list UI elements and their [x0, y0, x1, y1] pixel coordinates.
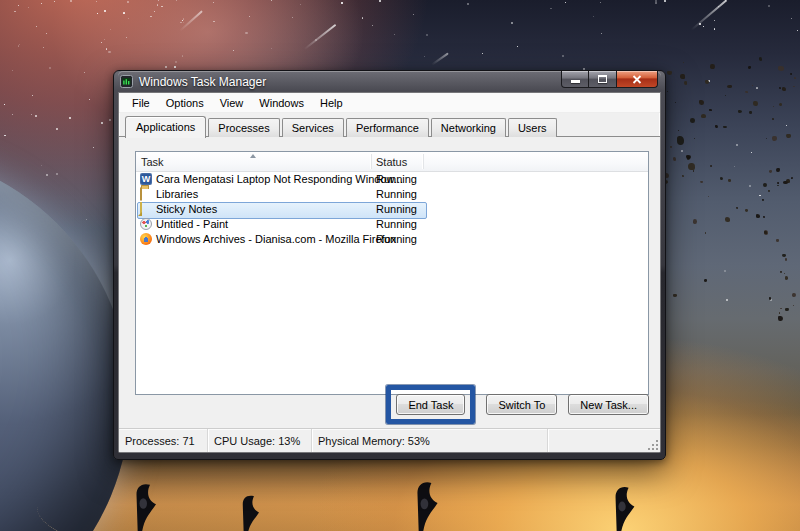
table-row-paint[interactable]: Untitled - Paint Running — [136, 217, 648, 232]
minimize-icon — [571, 80, 580, 83]
list-header: Task Status — [136, 152, 648, 172]
maximize-button[interactable] — [589, 71, 617, 88]
task-manager-icon — [120, 75, 133, 88]
tab-performance[interactable]: Performance — [346, 118, 429, 137]
table-row-libraries[interactable]: Libraries Running — [136, 187, 648, 202]
end-task-button[interactable]: End Task — [396, 394, 465, 415]
sticky-notes-icon — [140, 202, 142, 216]
tab-processes[interactable]: Processes — [208, 118, 279, 137]
task-name: Libraries — [156, 187, 198, 202]
tab-applications[interactable]: Applications — [125, 116, 206, 138]
end-task-highlight-box: End Task — [386, 385, 475, 424]
status-cpu-usage: CPU Usage: 13% — [208, 429, 312, 452]
task-name: Sticky Notes — [156, 202, 217, 217]
tab-users[interactable]: Users — [508, 118, 557, 137]
maximize-icon — [598, 75, 607, 83]
column-divider[interactable] — [423, 154, 424, 169]
menu-bar: File Options View Windows Help — [119, 93, 660, 113]
tab-strip: Applications Processes Services Performa… — [119, 113, 660, 137]
firefox-icon — [140, 233, 152, 245]
tab-networking[interactable]: Networking — [431, 118, 506, 137]
menu-file[interactable]: File — [124, 95, 158, 111]
folder-libraries-icon — [140, 187, 142, 201]
task-name: Windows Archives - Dianisa.com - Mozilla… — [156, 232, 396, 247]
task-status: Running — [376, 187, 417, 202]
menu-windows[interactable]: Windows — [251, 95, 312, 111]
close-button[interactable] — [617, 71, 658, 88]
column-header-task[interactable]: Task — [141, 152, 164, 172]
task-status: Running — [376, 172, 417, 187]
menu-view[interactable]: View — [212, 95, 252, 111]
table-row-sticky-notes[interactable]: Sticky Notes Running — [136, 202, 648, 217]
word-icon: W — [140, 173, 152, 185]
status-physical-memory: Physical Memory: 53% — [312, 429, 548, 452]
menu-help[interactable]: Help — [312, 95, 351, 111]
status-filler — [548, 429, 660, 452]
close-icon — [632, 75, 642, 84]
task-name: Untitled - Paint — [156, 217, 228, 232]
sort-indicator-icon — [250, 154, 256, 158]
menu-options[interactable]: Options — [158, 95, 212, 111]
status-processes: Processes: 71 — [119, 429, 208, 452]
task-manager-window: Windows Task Manager File Options View W… — [113, 70, 666, 460]
new-task-button[interactable]: New Task... — [568, 394, 649, 415]
task-name: Cara Mengatasi Laptop Not Responding Win… — [156, 172, 403, 187]
minimize-button[interactable] — [561, 71, 589, 88]
task-rows: W Cara Mengatasi Laptop Not Responding W… — [136, 172, 648, 247]
paint-icon — [140, 218, 152, 230]
task-status: Running — [376, 217, 417, 232]
task-status: Running — [376, 202, 417, 217]
caption-buttons — [561, 71, 658, 88]
tab-services[interactable]: Services — [282, 118, 344, 137]
table-row-word[interactable]: W Cara Mengatasi Laptop Not Responding W… — [136, 172, 648, 187]
button-row: End Task Switch To New Task... — [386, 385, 649, 424]
column-divider[interactable] — [371, 154, 372, 169]
task-list: Task Status W Cara Mengatasi Laptop Not … — [135, 151, 649, 395]
resize-grip[interactable] — [648, 440, 658, 450]
switch-to-button[interactable]: Switch To — [486, 394, 557, 415]
window-title: Windows Task Manager — [139, 75, 266, 89]
column-header-status[interactable]: Status — [376, 152, 407, 172]
window-client-area: File Options View Windows Help Applicati… — [118, 92, 661, 453]
task-status: Running — [376, 232, 417, 247]
desktop: Windows Task Manager File Options View W… — [0, 0, 800, 531]
table-row-firefox[interactable]: Windows Archives - Dianisa.com - Mozilla… — [136, 232, 648, 247]
applications-tab-page: Task Status W Cara Mengatasi Laptop Not … — [119, 137, 660, 430]
status-bar: Processes: 71 CPU Usage: 13% Physical Me… — [119, 428, 660, 452]
